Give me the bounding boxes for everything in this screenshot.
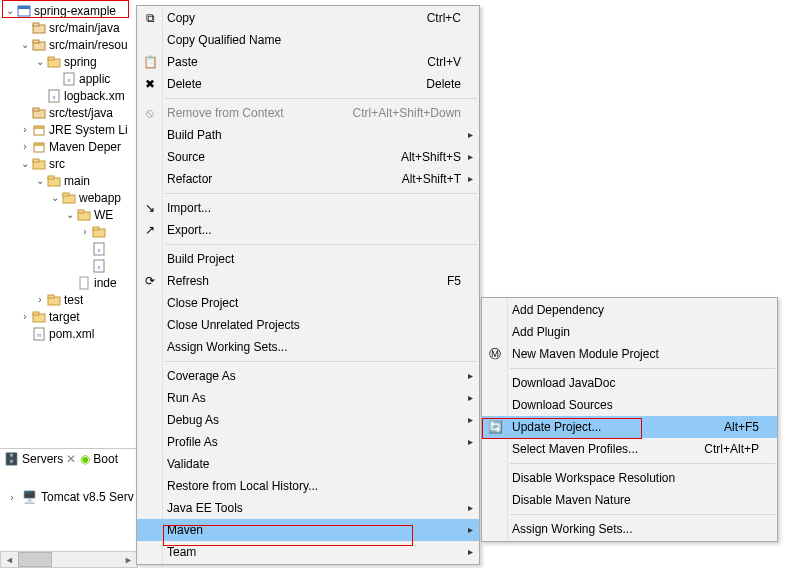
chevron-down-icon[interactable]	[19, 39, 31, 50]
chevron-down-icon[interactable]	[64, 209, 76, 220]
context-menu[interactable]: ⧉CopyCtrl+CCopy Qualified Name📋PasteCtrl…	[136, 5, 480, 565]
maven-submenu[interactable]: Add DependencyAdd PluginⓂNew Maven Modul…	[481, 297, 778, 542]
menu-item-maven[interactable]: Maven	[137, 519, 479, 541]
submenu-arrow-icon	[468, 414, 473, 425]
chevron-right-icon[interactable]	[79, 226, 91, 237]
submenu-arrow-icon	[468, 370, 473, 381]
menu-item-select-maven-profiles[interactable]: Select Maven Profiles...Ctrl+Alt+P	[482, 438, 777, 460]
tree-item[interactable]: src	[0, 155, 140, 172]
menu-item-export[interactable]: ↗Export...	[137, 219, 479, 241]
tree-item[interactable]: spring-example	[0, 2, 140, 19]
tree-item[interactable]: WE	[0, 206, 140, 223]
chevron-down-icon[interactable]	[4, 5, 16, 16]
folder-icon	[31, 309, 47, 325]
server-tomcat[interactable]: 🖥️ Tomcat v8.5 Serv	[6, 490, 134, 504]
chevron-right-icon[interactable]	[34, 294, 46, 305]
scroll-right-icon[interactable]: ►	[120, 552, 137, 567]
tree-item[interactable]: webapp	[0, 189, 140, 206]
server-label: Tomcat v8.5 Serv	[41, 490, 134, 504]
menu-item-close-unrelated-projects[interactable]: Close Unrelated Projects	[137, 314, 479, 336]
menu-item-download-sources[interactable]: Download Sources	[482, 394, 777, 416]
horizontal-scrollbar[interactable]: ◄ ►	[0, 551, 138, 568]
menu-item-add-plugin[interactable]: Add Plugin	[482, 321, 777, 343]
tree-item-label: main	[64, 174, 90, 188]
tree-item-label: spring-example	[34, 4, 116, 18]
tree-item[interactable]: mpom.xml	[0, 325, 140, 342]
menu-item-assign-working-sets[interactable]: Assign Working Sets...	[482, 518, 777, 540]
menu-item-validate[interactable]: Validate	[137, 453, 479, 475]
menu-item-label: New Maven Module Project	[512, 347, 659, 361]
svg-rect-19	[33, 159, 39, 162]
chevron-down-icon[interactable]	[49, 192, 61, 203]
menu-item-profile-as[interactable]: Profile As	[137, 431, 479, 453]
tab-servers[interactable]: 🗄️ Servers ✕	[4, 452, 76, 466]
menu-item-copy[interactable]: ⧉CopyCtrl+C	[137, 7, 479, 29]
tree-item[interactable]: target	[0, 308, 140, 325]
menu-item-team[interactable]: Team	[137, 541, 479, 563]
close-icon[interactable]: ✕	[66, 452, 76, 466]
menu-item-refactor[interactable]: RefactorAlt+Shift+T	[137, 168, 479, 190]
menu-item-copy-qualified-name[interactable]: Copy Qualified Name	[137, 29, 479, 51]
menu-item-close-project[interactable]: Close Project	[137, 292, 479, 314]
tree-item[interactable]: xlogback.xm	[0, 87, 140, 104]
menu-item-label: Validate	[167, 457, 209, 471]
menu-item-shortcut: F5	[447, 274, 461, 288]
menu-item-disable-maven-nature[interactable]: Disable Maven Nature	[482, 489, 777, 511]
menu-item-run-as[interactable]: Run As	[137, 387, 479, 409]
svg-text:x: x	[98, 264, 101, 270]
menu-item-update-project[interactable]: 🔄Update Project...Alt+F5	[482, 416, 777, 438]
menu-item-delete[interactable]: ✖DeleteDelete	[137, 73, 479, 95]
tree-item[interactable]: test	[0, 291, 140, 308]
menu-item-refresh[interactable]: ⟳RefreshF5	[137, 270, 479, 292]
tree-item[interactable]: JRE System Li	[0, 121, 140, 138]
scroll-thumb[interactable]	[18, 552, 52, 567]
chevron-down-icon[interactable]	[34, 175, 46, 186]
menu-item-label: Restore from Local History...	[167, 479, 318, 493]
tree-item[interactable]: src/test/java	[0, 104, 140, 121]
chevron-right-icon[interactable]	[19, 141, 31, 152]
chevron-right-icon[interactable]	[19, 124, 31, 135]
folder-o-icon	[76, 207, 92, 223]
menu-item-label: Download JavaDoc	[512, 376, 615, 390]
menu-item-import[interactable]: ↘Import...	[137, 197, 479, 219]
chevron-right-icon[interactable]	[6, 492, 18, 503]
menu-item-paste[interactable]: 📋PasteCtrl+V	[137, 51, 479, 73]
tree-item[interactable]: main	[0, 172, 140, 189]
scroll-track[interactable]	[52, 552, 120, 567]
chevron-down-icon[interactable]	[34, 56, 46, 67]
menu-item-debug-as[interactable]: Debug As	[137, 409, 479, 431]
tree-item[interactable]: src/main/java	[0, 19, 140, 36]
menu-item-assign-working-sets[interactable]: Assign Working Sets...	[137, 336, 479, 358]
menu-item-source[interactable]: SourceAlt+Shift+S	[137, 146, 479, 168]
tree-item[interactable]: Maven Deper	[0, 138, 140, 155]
tree-item[interactable]: xapplic	[0, 70, 140, 87]
chevron-down-icon[interactable]	[19, 158, 31, 169]
pkg-icon	[31, 105, 47, 121]
tree-item[interactable]: inde	[0, 274, 140, 291]
menu-item-label: Update Project...	[512, 420, 601, 434]
tree-item[interactable]	[0, 223, 140, 240]
menu-item-add-dependency[interactable]: Add Dependency	[482, 299, 777, 321]
submenu-arrow-icon	[468, 173, 473, 184]
menu-item-build-project[interactable]: Build Project	[137, 248, 479, 270]
menu-item-new-maven-module-project[interactable]: ⓂNew Maven Module Project	[482, 343, 777, 365]
menu-item-label: Paste	[167, 55, 198, 69]
menu-item-build-path[interactable]: Build Path	[137, 124, 479, 146]
newmvn-icon: Ⓜ	[486, 345, 504, 363]
scroll-left-icon[interactable]: ◄	[1, 552, 18, 567]
menu-item-restore-from-local-history[interactable]: Restore from Local History...	[137, 475, 479, 497]
tree-item[interactable]: src/main/resou	[0, 36, 140, 53]
folder-o-icon	[46, 54, 62, 70]
project-explorer[interactable]: spring-examplesrc/main/javasrc/main/reso…	[0, 0, 140, 342]
tree-item[interactable]: x	[0, 257, 140, 274]
svg-text:x: x	[68, 77, 71, 83]
tab-boot[interactable]: ◉ Boot	[80, 452, 118, 466]
chevron-right-icon[interactable]	[19, 311, 31, 322]
menu-item-coverage-as[interactable]: Coverage As	[137, 365, 479, 387]
menu-item-download-javadoc[interactable]: Download JavaDoc	[482, 372, 777, 394]
menu-item-java-ee-tools[interactable]: Java EE Tools	[137, 497, 479, 519]
tree-item[interactable]: spring	[0, 53, 140, 70]
tree-item[interactable]: x	[0, 240, 140, 257]
menu-item-disable-workspace-resolution[interactable]: Disable Workspace Resolution	[482, 467, 777, 489]
menu-item-label: Run As	[167, 391, 206, 405]
